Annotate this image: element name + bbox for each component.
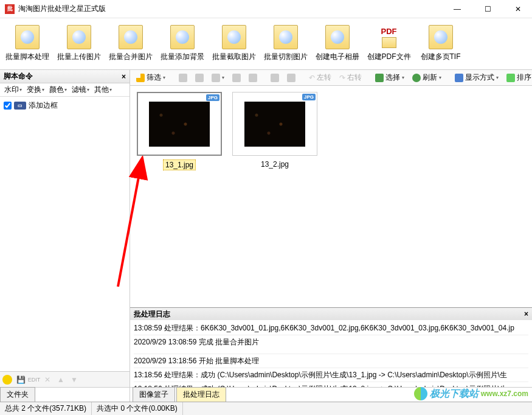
- close-button[interactable]: ✕: [509, 3, 527, 15]
- status-total: 总共 2 个文件(357.71KB): [0, 402, 92, 415]
- toolbar-icon: [67, 25, 91, 49]
- gray-btn-2[interactable]: [193, 73, 206, 83]
- log-line: 2020/9/29 13:08:59 完成 批量合并图片: [134, 335, 528, 347]
- display-mode-button[interactable]: 显示方式▾: [452, 72, 501, 83]
- left-bottom-tabs: 文件夹: [0, 387, 130, 402]
- watermark-cn: 极光下载站: [430, 388, 478, 400]
- script-menu-1[interactable]: 变换▾: [25, 83, 46, 96]
- file-item[interactable]: JPG13_2.jpg: [232, 92, 318, 169]
- gray-btn-4[interactable]: [230, 73, 243, 83]
- script-menu-2[interactable]: 颜色▾: [47, 83, 69, 96]
- script-bottom-tools: 💾 EDIT ✕ ▲ ▼: [0, 371, 130, 387]
- format-badge: JPG: [206, 94, 219, 101]
- filter-icon: [136, 74, 145, 82]
- log-line: 2020/9/29 13:18:56 开始 批量脚本处理: [134, 354, 528, 366]
- select-button[interactable]: 选择▾: [373, 72, 407, 83]
- toolbar-icon: [274, 25, 298, 49]
- script-menu-4[interactable]: 其他▾: [92, 83, 114, 96]
- maximize-button[interactable]: ☐: [478, 3, 497, 15]
- main-area: 筛选▾ ▾ ↶左转 ↷右转 选择▾ 刷新▾ 显示方式▾ 排序▾: [130, 70, 532, 402]
- app-icon: 批: [5, 4, 15, 14]
- filter-button[interactable]: 筛选▾: [134, 72, 168, 83]
- script-menu-3[interactable]: 滤镜▾: [70, 83, 91, 96]
- log-body[interactable]: 13:08:59 处理结果：6K6K30_3dv001_01.jpg,6K6K3…: [130, 320, 532, 387]
- refresh-icon: [412, 74, 421, 82]
- toolbar-icon: [325, 25, 350, 49]
- delete-icon[interactable]: ✕: [43, 375, 52, 385]
- gray-btn-6[interactable]: [268, 73, 282, 83]
- log-line: 13:18:56 处理结果：成功 (C:\Users\admin\Desktop…: [134, 368, 528, 380]
- toolbar-item-3[interactable]: 批量添加背景: [156, 21, 208, 69]
- refresh-button[interactable]: 刷新▾: [410, 72, 444, 83]
- thumbnail-box[interactable]: JPG: [232, 92, 317, 156]
- script-menu-0[interactable]: 水印▾: [2, 83, 24, 96]
- secondary-toolbar: 筛选▾ ▾ ↶左转 ↷右转 选择▾ 刷新▾ 显示方式▾ 排序▾: [130, 70, 532, 86]
- toolbar-item-5[interactable]: 批量切割图片: [260, 21, 311, 69]
- log-title: 批处理日志: [134, 309, 170, 319]
- log-close-icon[interactable]: ×: [524, 310, 528, 318]
- window-title: 淘淘图片批处理之星正式版: [18, 4, 448, 14]
- watermark-icon: [414, 387, 427, 400]
- title-bar: 批 淘淘图片批处理之星正式版 — ☐ ✕: [0, 0, 532, 18]
- main-toolbar: 批量脚本处理批量上传图片批量合并图片批量添加背景批量截取图片批量切割图片创建电子…: [0, 18, 532, 70]
- script-panel-header: 脚本命令 ×: [0, 70, 130, 83]
- gray-btn-1[interactable]: [176, 73, 190, 83]
- script-list: ▭ 添加边框: [0, 97, 130, 371]
- toolbar-icon: [15, 25, 40, 49]
- toolbar-item-4[interactable]: 批量截取图片: [208, 21, 260, 69]
- script-item-add-border[interactable]: ▭ 添加边框: [2, 99, 127, 112]
- toolbar-label: 创建多页TIF: [421, 52, 461, 62]
- rotate-left-label: 左转: [317, 72, 331, 83]
- script-panel-close-icon[interactable]: ×: [122, 72, 126, 81]
- edit-button[interactable]: EDIT: [29, 375, 39, 385]
- script-item-checkbox[interactable]: [4, 102, 12, 110]
- toolbar-label: 批量脚本处理: [5, 52, 49, 62]
- select-label: 选择: [385, 72, 400, 83]
- status-selected: 共选中 0 个文件(0.00KB): [92, 402, 183, 415]
- down-icon[interactable]: ▼: [69, 375, 79, 385]
- log-tab-1[interactable]: 批处理日志: [176, 387, 226, 402]
- toolbar-label: 批量切割图片: [264, 52, 308, 62]
- format-badge: JPG: [302, 94, 316, 100]
- check-icon: [375, 74, 384, 82]
- toolbar-icon: [170, 25, 195, 49]
- sort-button[interactable]: 排序▾: [504, 72, 532, 83]
- thumbnail-image: [149, 102, 210, 147]
- toolbar-icon: [429, 25, 453, 49]
- toolbar-item-7[interactable]: PDF创建PDF文件: [363, 21, 415, 69]
- file-item[interactable]: JPG13_1.jpg: [136, 92, 223, 170]
- toolbar-label: 创建电子相册: [316, 52, 359, 62]
- toolbar-icon: [119, 25, 143, 49]
- toolbar-label: 批量添加背景: [161, 52, 204, 62]
- log-header: 批处理日志 ×: [130, 308, 532, 320]
- gray-btn-7[interactable]: [285, 73, 298, 83]
- grid-icon: [455, 74, 463, 82]
- minimize-button[interactable]: —: [448, 3, 466, 15]
- refresh-label: 刷新: [423, 72, 437, 83]
- rotate-right-label: 右转: [347, 72, 362, 83]
- gray-btn-5[interactable]: [246, 73, 260, 83]
- log-line: 13:08:59 处理结果：6K6K30_3dv001_01.jpg,6K6K3…: [134, 323, 528, 333]
- up-icon[interactable]: ▲: [56, 375, 66, 385]
- sort-icon: [506, 74, 515, 82]
- toolbar-label: 批量上传图片: [57, 52, 101, 62]
- tab-folder[interactable]: 文件夹: [0, 387, 35, 402]
- log-tab-0[interactable]: 图像篮子: [133, 387, 175, 402]
- toolbar-item-1[interactable]: 批量上传图片: [53, 21, 105, 69]
- file-grid[interactable]: JPG13_1.jpgJPG13_2.jpg: [130, 86, 532, 307]
- toolbar-item-2[interactable]: 批量合并图片: [105, 21, 156, 69]
- toolbar-label: 批量截取图片: [212, 52, 256, 62]
- rotate-left-button[interactable]: ↶左转: [306, 72, 334, 83]
- thumbnail-box[interactable]: JPG: [137, 92, 222, 156]
- thumbnail-label: 13_2.jpg: [259, 159, 291, 169]
- tool-yellow-icon[interactable]: [2, 375, 12, 385]
- gray-btn-3[interactable]: ▾: [209, 73, 227, 83]
- script-panel-title: 脚本命令: [4, 71, 33, 82]
- toolbar-item-0[interactable]: 批量脚本处理: [1, 21, 53, 69]
- toolbar-icon: [222, 25, 246, 49]
- sort-label: 排序: [517, 72, 531, 83]
- toolbar-item-6[interactable]: 创建电子相册: [311, 21, 363, 69]
- save-icon[interactable]: 💾: [16, 375, 26, 385]
- rotate-right-button[interactable]: ↷右转: [337, 72, 364, 83]
- toolbar-item-8[interactable]: 创建多页TIF: [415, 21, 466, 69]
